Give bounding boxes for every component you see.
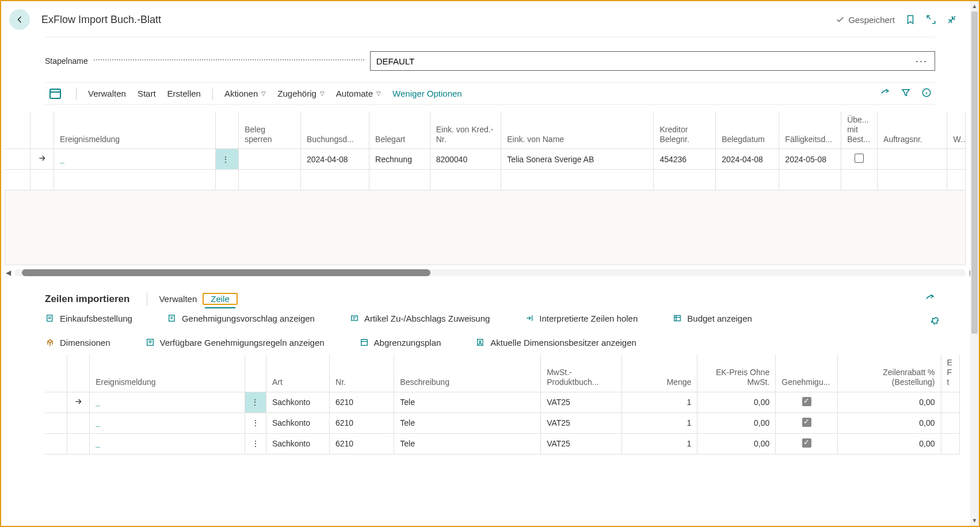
lcol-approve[interactable]: Genehmigu...: [776, 354, 838, 392]
scroll-down-arrow[interactable]: ▼: [970, 515, 979, 526]
action-dimension-owners[interactable]: Aktuelle Dimensionsbesitzer anzeigen: [475, 337, 636, 347]
scroll-thumb[interactable]: [22, 269, 430, 276]
col-vendor-name[interactable]: Eink. von Name: [501, 112, 654, 149]
vscroll-thumb[interactable]: [971, 12, 978, 334]
col-event[interactable]: Ereignismeldung: [54, 112, 215, 149]
lcol-type[interactable]: Art: [266, 354, 329, 392]
saved-label: Gespeichert: [848, 15, 895, 25]
info-button[interactable]: [921, 87, 932, 100]
lines-grid[interactable]: Ereignismeldung Art Nr. Beschreibung MwS…: [45, 354, 960, 454]
scroll-left-arrow[interactable]: ◀: [3, 269, 13, 277]
page-title: ExFlow Import Buch.-Blatt: [41, 14, 161, 26]
action-fetch-lines[interactable]: Interpretierte Zeilen holen: [524, 313, 638, 323]
main-grid[interactable]: Ereignismeldung Beleg sperren Buchungsd.…: [5, 112, 966, 190]
filter-icon: [901, 87, 911, 98]
col-cred-docno[interactable]: Kreditor Belegnr.: [654, 112, 716, 149]
collapse-button[interactable]: [947, 14, 957, 25]
list-view-button[interactable]: [48, 87, 62, 101]
table-row[interactable]: _ ⋮ 2024-04-08 Rechnung 8200040 Telia So…: [5, 149, 966, 170]
lines-share-button[interactable]: [925, 296, 935, 305]
action-budget[interactable]: Budget anzeigen: [672, 313, 752, 323]
empty-row[interactable]: [5, 170, 966, 190]
batch-name-input[interactable]: [375, 56, 913, 67]
event-link[interactable]: _: [96, 418, 100, 427]
approve-checkbox[interactable]: [802, 438, 811, 448]
lines-title: Zeilen importieren: [45, 293, 129, 305]
lines-line-tab[interactable]: Zeile: [205, 291, 235, 308]
col-due-date[interactable]: Fälligkeitsd...: [779, 112, 841, 149]
lcol-qty[interactable]: Menge: [621, 354, 697, 392]
lcol-vat[interactable]: MwSt.-Produktbuch...: [541, 354, 621, 392]
page-header: ExFlow Import Buch.-Blatt Gespeichert: [1, 3, 979, 36]
event-link[interactable]: _: [96, 398, 100, 407]
action-purchase-order[interactable]: Einkaufsbestellung: [45, 313, 132, 323]
row-selector[interactable]: [67, 392, 90, 413]
batch-lookup-button[interactable]: ···: [913, 55, 930, 67]
col-match-order[interactable]: Übe... mit Best...: [841, 112, 878, 149]
lcol-price[interactable]: EK-Preis Ohne MwSt.: [697, 354, 776, 392]
toolbar-related[interactable]: Zugehörig▽: [272, 86, 330, 101]
saved-indicator: Gespeichert: [836, 15, 895, 25]
table-row[interactable]: _ ⋮ Sachkonto 6210 Tele VAT25 1 0,00 0,0…: [45, 413, 960, 433]
col-posting-date[interactable]: Buchungsd...: [301, 112, 369, 149]
row-menu-button[interactable]: ⋮: [245, 392, 266, 413]
toolbar-automate[interactable]: Automate▽: [330, 86, 387, 101]
col-block[interactable]: Beleg sperren: [239, 112, 301, 149]
collapse-icon: [947, 14, 957, 25]
event-link[interactable]: _: [96, 439, 100, 448]
line-actions: Einkaufsbestellung Genehmigungsvorschlag…: [45, 313, 935, 347]
toolbar-fewer-options[interactable]: Weniger Optionen: [387, 86, 468, 101]
pin-button[interactable]: [931, 316, 941, 329]
event-link[interactable]: _: [60, 155, 64, 164]
lcol-event[interactable]: Ereignismeldung: [90, 354, 245, 392]
action-deferral[interactable]: Abgrenzungsplan: [359, 337, 441, 347]
row-menu-button[interactable]: ⋮: [215, 149, 238, 170]
calendar-icon: [359, 337, 369, 347]
popout-button[interactable]: [926, 14, 936, 25]
svg-rect-0: [50, 89, 60, 98]
match-order-checkbox[interactable]: [855, 154, 864, 163]
batch-name-row: Stapelname ···: [45, 51, 935, 71]
approve-checkbox[interactable]: [802, 418, 811, 427]
col-order-no[interactable]: Auftragsnr.: [878, 112, 947, 149]
bookmark-button[interactable]: [905, 14, 916, 25]
row-menu-button[interactable]: ⋮: [245, 433, 266, 454]
bookmark-icon: [905, 14, 916, 25]
lcol-no[interactable]: Nr.: [330, 354, 394, 392]
toolbar-start[interactable]: Start: [132, 86, 162, 101]
list-icon: [48, 87, 62, 101]
scroll-up-arrow[interactable]: ▲: [970, 1, 979, 12]
action-approval-rules[interactable]: Verfügbare Genehmigungsregeln anzeigen: [145, 337, 325, 347]
toolbar-actions[interactable]: Aktionen▽: [219, 86, 272, 101]
col-w[interactable]: W...: [947, 112, 966, 149]
arrow-right-icon: [37, 154, 47, 163]
vertical-scrollbar[interactable]: ▲ ▼: [970, 1, 979, 526]
lines-manage-tab[interactable]: Verwalten: [153, 291, 203, 307]
action-approval-proposal[interactable]: Genehmigungsvorschlag anzeigen: [167, 313, 315, 323]
row-selector[interactable]: [30, 149, 54, 170]
back-button[interactable]: [9, 9, 30, 30]
filter-button[interactable]: [901, 87, 911, 100]
approve-checkbox[interactable]: [802, 397, 811, 406]
highlight-annotation: Zeile: [203, 293, 238, 305]
svg-rect-9: [361, 340, 367, 346]
owners-icon: [475, 337, 486, 347]
lcol-last[interactable]: EFt: [941, 354, 959, 392]
table-row[interactable]: _ ⋮ Sachkonto 6210 Tele VAT25 1 0,00 0,0…: [45, 433, 960, 454]
col-doc-date[interactable]: Belegdatum: [716, 112, 779, 149]
col-vendor-no[interactable]: Eink. von Kred.-Nr.: [430, 112, 501, 149]
arrow-left-icon: [14, 14, 25, 25]
table-row[interactable]: _ ⋮ Sachkonto 6210 Tele VAT25 1 0,00 0,0…: [45, 392, 960, 413]
action-dimensions[interactable]: Dimensionen: [45, 337, 110, 347]
row-menu-button[interactable]: ⋮: [245, 413, 266, 433]
lcol-desc[interactable]: Beschreibung: [394, 354, 541, 392]
batch-name-input-wrap[interactable]: ···: [370, 51, 935, 71]
toolbar-manage[interactable]: Verwalten: [82, 86, 132, 101]
toolbar-create[interactable]: Erstellen: [162, 86, 207, 101]
check-icon: [836, 15, 845, 24]
horizontal-scrollbar[interactable]: ◀ ▶: [1, 269, 979, 277]
col-doc-type[interactable]: Belegart: [369, 112, 430, 149]
action-item-charge[interactable]: Artikel Zu-/Abschlags Zuweisung: [349, 313, 490, 323]
lcol-discount[interactable]: Zeilenrabatt % (Bestellung): [838, 354, 941, 392]
share-button[interactable]: [880, 87, 890, 100]
